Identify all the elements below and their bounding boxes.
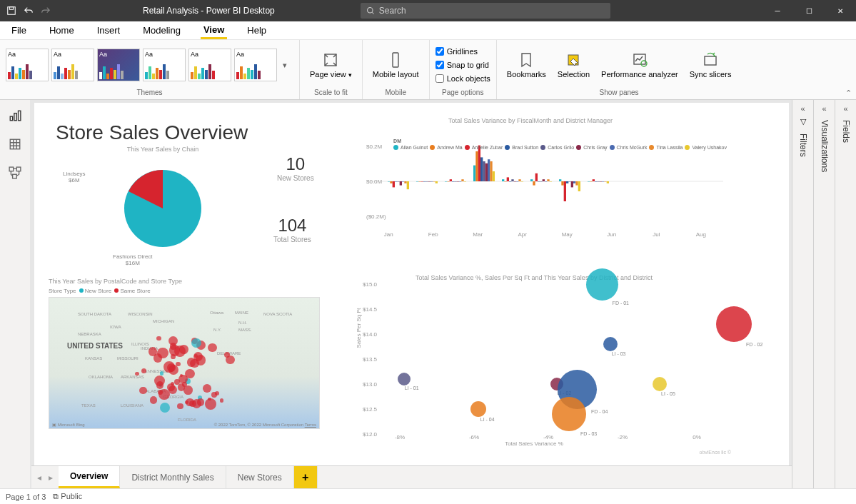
svg-rect-69: [488, 159, 490, 181]
map-visual[interactable]: This Year Sales by PostalCode and Store …: [49, 278, 327, 429]
svg-rect-34: [393, 181, 395, 187]
svg-rect-58: [400, 181, 402, 186]
show-panes-group-label: Show panes: [503, 87, 736, 96]
svg-rect-59: [428, 181, 430, 182]
tab-prev-icon[interactable]: ◂: [34, 473, 44, 483]
svg-rect-32: [561, 181, 563, 186]
save-icon[interactable]: [6, 5, 17, 16]
svg-rect-4: [393, 53, 398, 67]
menu-view[interactable]: View: [201, 22, 227, 39]
performance-analyzer-button[interactable]: Performance analyzer: [597, 50, 683, 80]
svg-rect-89: [607, 181, 609, 183]
bar-chart-visual[interactable]: Total Sales Variance by FiscalMonth and …: [338, 117, 723, 253]
svg-rect-46: [509, 181, 511, 182]
mobile-layout-button[interactable]: Mobile layout: [368, 50, 423, 80]
svg-rect-52: [454, 181, 456, 182]
status-page: Page 1 of 3: [6, 493, 46, 501]
public-icon: ⧉ Public: [53, 492, 82, 501]
theme-thumb-5[interactable]: Aa: [188, 49, 231, 81]
search-box[interactable]: Search: [361, 3, 610, 19]
map-image[interactable]: UNITED STATES SOUTH DAKOTAWISCONSINIOWAN…: [49, 297, 320, 429]
bar-legend: DM Allan GuinotAndrew MaAnnelie ZubarBra…: [393, 138, 727, 153]
menu-modeling[interactable]: Modeling: [140, 23, 183, 38]
kpi-total-stores[interactable]: 104 Total Stores: [273, 216, 311, 243]
redo-icon[interactable]: [40, 5, 51, 16]
theme-thumb-4[interactable]: Aa: [143, 49, 186, 81]
svg-rect-25: [588, 181, 590, 182]
filter-icon: ▽: [800, 117, 806, 126]
report-title: Store Sales Overview: [56, 121, 248, 144]
svg-rect-9: [10, 116, 12, 121]
pie-chart: [120, 166, 206, 251]
menu-help[interactable]: Help: [244, 23, 269, 38]
menu-insert[interactable]: Insert: [94, 23, 124, 38]
svg-rect-50: [397, 181, 399, 182]
svg-rect-18: [388, 181, 390, 182]
report-canvas[interactable]: Store Sales Overview This Year Sales by …: [34, 103, 789, 465]
svg-rect-42: [395, 181, 397, 182]
lock-checkbox[interactable]: Lock objects: [435, 72, 490, 85]
selection-button[interactable]: Selection: [553, 50, 594, 80]
theme-thumb-6[interactable]: Aa: [234, 49, 277, 81]
svg-rect-82: [407, 181, 409, 189]
scale-group-label: Scale to fit: [306, 87, 356, 96]
bookmarks-button[interactable]: Bookmarks: [503, 50, 550, 80]
svg-rect-39: [535, 173, 538, 181]
tab-overview[interactable]: Overview: [59, 466, 120, 488]
scatter-title: Total Sales Variance %, Sales Per Sq Ft …: [334, 274, 734, 281]
minimize-button[interactable]: ─: [762, 0, 793, 21]
menu-file[interactable]: File: [9, 23, 29, 38]
svg-rect-76: [461, 179, 463, 181]
svg-rect-15: [13, 174, 17, 178]
collapse-ribbon-icon[interactable]: ⌃: [845, 89, 852, 98]
map-legend: Store Type New Store Same Store: [49, 288, 327, 294]
svg-rect-64: [571, 181, 573, 187]
maximize-button[interactable]: ☐: [793, 0, 825, 21]
tab-next-icon[interactable]: ▸: [46, 473, 56, 483]
status-bar: Page 1 of 3 ⧉ Public: [0, 488, 856, 504]
pie-chart-visual[interactable]: This Year Sales by Chain Lindseys$6M Fas…: [49, 146, 277, 258]
svg-rect-26: [390, 181, 392, 183]
fields-pane[interactable]: «Fields: [835, 100, 856, 488]
snap-checkbox[interactable]: Snap to grid: [435, 59, 489, 71]
right-panes: «▽Filters «Visualizations «Fields: [792, 100, 856, 488]
theme-thumb-1[interactable]: Aa: [6, 49, 49, 81]
data-view-icon[interactable]: [6, 136, 24, 153]
svg-rect-49: [595, 181, 597, 182]
svg-rect-19: [416, 181, 418, 182]
tab-district-monthly[interactable]: District Monthly Sales: [120, 466, 226, 488]
tab-new-stores[interactable]: New Stores: [226, 466, 294, 488]
svg-rect-0: [8, 7, 16, 15]
svg-rect-65: [600, 181, 602, 182]
map-terms-link[interactable]: Terms: [305, 423, 316, 427]
svg-rect-60: [457, 181, 459, 182]
kpi-new-stores[interactable]: 10 New Stores: [277, 154, 314, 182]
svg-rect-53: [483, 161, 485, 181]
svg-rect-28: [447, 181, 449, 182]
themes-dropdown-icon[interactable]: ▾: [280, 61, 290, 70]
scatter-visual[interactable]: Total Sales Variance %, Sales Per Sq Ft …: [334, 274, 734, 456]
visualizations-pane[interactable]: «Visualizations: [813, 100, 835, 488]
svg-rect-8: [705, 56, 716, 65]
map-title: This Year Sales by PostalCode and Store …: [49, 278, 327, 285]
svg-rect-1: [9, 7, 13, 10]
svg-rect-24: [559, 179, 561, 181]
tab-add-button[interactable]: +: [294, 466, 318, 488]
report-view-icon[interactable]: [6, 107, 24, 124]
close-button[interactable]: ✕: [825, 0, 856, 21]
undo-icon[interactable]: [23, 5, 34, 16]
svg-rect-10: [14, 114, 16, 121]
pie-label-lindseys: Lindseys$6M: [63, 171, 86, 184]
svg-rect-44: [452, 181, 454, 182]
filters-pane[interactable]: «▽Filters: [792, 100, 813, 488]
chevron-left-icon: «: [800, 104, 805, 113]
svg-rect-11: [19, 111, 21, 121]
menu-home[interactable]: Home: [46, 23, 77, 38]
svg-rect-35: [421, 181, 423, 182]
sync-slicers-button[interactable]: Sync slicers: [685, 50, 736, 80]
model-view-icon[interactable]: [6, 164, 24, 181]
theme-thumb-2[interactable]: Aa: [51, 49, 94, 81]
theme-thumb-3[interactable]: Aa: [97, 49, 140, 81]
gridlines-checkbox[interactable]: Gridlines: [435, 45, 478, 58]
page-view-button[interactable]: Page view ▾: [306, 50, 356, 80]
